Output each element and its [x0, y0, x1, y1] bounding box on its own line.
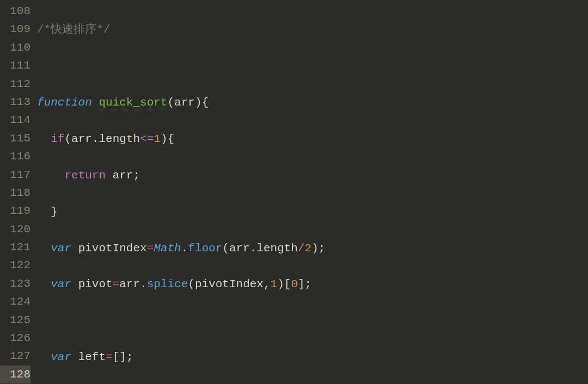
code-line[interactable]: function quick_sort(arr){	[37, 94, 588, 112]
code-line[interactable]: var pivot=arr.splice(pivotIndex,1)[0];	[37, 275, 588, 293]
line-number: 120	[0, 220, 30, 238]
code-area[interactable]: /*快速排序*/ function quick_sort(arr){ if(ar…	[37, 0, 588, 384]
comment: /*快速排序*/	[37, 23, 110, 36]
line-number: 122	[0, 256, 30, 274]
line-number-gutter: 108 109 110 111 112 113 114 115 116 117 …	[0, 0, 37, 384]
line-number: 108	[0, 2, 30, 20]
code-line[interactable]: /*快速排序*/	[37, 21, 588, 39]
line-number: 116	[0, 147, 30, 165]
line-number: 121	[0, 238, 30, 256]
line-number: 111	[0, 57, 30, 75]
code-line[interactable]: if(arr.length<=1){	[37, 130, 588, 148]
line-number: 123	[0, 275, 30, 293]
line-number: 112	[0, 75, 30, 93]
code-line[interactable]: var left=[];	[37, 348, 588, 366]
line-number: 114	[0, 111, 30, 129]
code-line[interactable]	[37, 312, 588, 330]
code-line[interactable]: return arr;	[37, 166, 588, 184]
line-number: 125	[0, 311, 30, 329]
line-number: 115	[0, 129, 30, 147]
line-number: 109	[0, 20, 30, 38]
code-editor[interactable]: 108 109 110 111 112 113 114 115 116 117 …	[0, 0, 588, 384]
code-line[interactable]: }	[37, 203, 588, 221]
code-line[interactable]: var pivotIndex=Math.floor(arr.length/2);	[37, 239, 588, 257]
line-number: 126	[0, 329, 30, 347]
line-number: 127	[0, 347, 30, 365]
line-number: 110	[0, 39, 30, 57]
line-number: 119	[0, 202, 30, 220]
line-number: 124	[0, 293, 30, 311]
line-number: 117	[0, 166, 30, 184]
line-number: 128	[0, 366, 30, 383]
line-number: 113	[0, 93, 30, 111]
line-number: 118	[0, 184, 30, 202]
code-line[interactable]	[37, 57, 588, 75]
